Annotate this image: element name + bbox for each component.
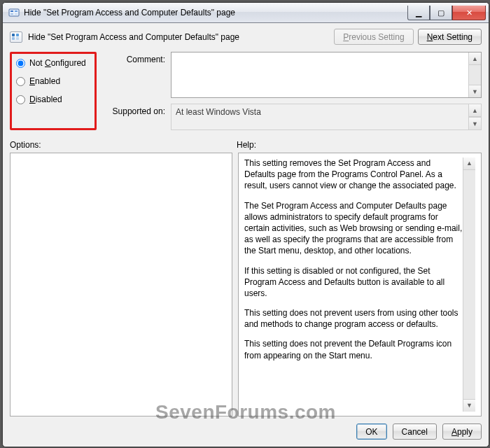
previous-setting-button[interactable]: Previous Setting	[334, 29, 413, 45]
options-panel	[10, 153, 232, 416]
window-title: Hide "Set Program Access and Computer De…	[24, 8, 407, 18]
nav-buttons: Previous Setting Next Setting	[334, 29, 482, 45]
header-row: Hide "Set Program Access and Computer De…	[10, 29, 482, 45]
panels-row: This setting removes the Set Program Acc…	[10, 153, 482, 416]
page-title: Hide "Set Program Access and Computer De…	[28, 32, 328, 42]
svg-rect-3	[10, 13, 13, 15]
comment-input-wrap: ▲ ▼	[171, 52, 482, 98]
scroll-down-icon[interactable]: ▼	[469, 85, 481, 97]
comment-label: Comment:	[104, 52, 165, 98]
policy-icon	[10, 31, 22, 43]
help-p3: If this setting is disabled or not confi…	[244, 265, 463, 300]
scroll-track[interactable]	[463, 170, 475, 399]
top-grid: Not Configured Enabled Disabled Comment:	[10, 52, 482, 130]
radio-enabled[interactable]: Enabled	[16, 76, 90, 86]
scroll-up-icon[interactable]: ▲	[463, 158, 475, 170]
options-label: Options:	[10, 140, 237, 150]
window-buttons: ▁ ▢ ✕	[407, 6, 486, 20]
radio-enabled-input[interactable]	[16, 77, 25, 86]
dialog-footer: OK Cancel Apply	[10, 424, 482, 440]
help-p1: This setting removes the Set Program Acc…	[244, 158, 463, 192]
dialog-window: Hide "Set Program Access and Computer De…	[2, 2, 489, 447]
radio-disabled[interactable]: Disabled	[16, 94, 90, 104]
radio-not-configured-input[interactable]	[16, 59, 25, 68]
fields-column: Comment: ▲ ▼ Supported on: At least Wind…	[104, 52, 482, 130]
maximize-icon: ▢	[438, 9, 444, 17]
scroll-track[interactable]	[469, 65, 481, 85]
help-p4: This setting does not prevent users from…	[244, 307, 463, 330]
app-icon	[8, 7, 20, 18]
help-text: This setting removes the Set Program Acc…	[244, 158, 463, 412]
ok-button[interactable]: OK	[356, 424, 386, 440]
supported-label: Supported on:	[104, 104, 165, 130]
cancel-button[interactable]: Cancel	[393, 424, 437, 440]
close-button[interactable]: ✕	[452, 6, 486, 20]
supported-scrollbar[interactable]: ▲ ▼	[468, 104, 481, 130]
comment-scrollbar[interactable]: ▲ ▼	[468, 52, 481, 97]
titlebar[interactable]: Hide "Set Program Access and Computer De…	[3, 3, 489, 23]
minimize-icon: ▁	[416, 9, 421, 17]
help-label: Help:	[237, 140, 256, 150]
scroll-up-icon[interactable]: ▲	[469, 52, 481, 65]
svg-rect-0	[9, 9, 19, 16]
svg-rect-1	[10, 10, 13, 12]
supported-value: At least Windows Vista	[172, 104, 468, 130]
next-setting-button[interactable]: Next Setting	[418, 29, 482, 45]
scroll-up-icon[interactable]: ▲	[469, 104, 481, 117]
supported-field: Supported on: At least Windows Vista ▲ ▼	[104, 104, 482, 130]
client-area: Hide "Set Program Access and Computer De…	[3, 23, 489, 447]
help-scrollbar[interactable]: ▲ ▼	[463, 158, 475, 412]
radio-not-configured[interactable]: Not Configured	[16, 58, 90, 68]
scroll-down-icon[interactable]: ▼	[463, 399, 475, 412]
state-radio-group: Not Configured Enabled Disabled	[10, 52, 97, 130]
minimize-button[interactable]: ▁	[407, 6, 430, 20]
close-icon: ✕	[466, 9, 472, 17]
help-p2: The Set Program Access and Computer Defa…	[244, 200, 463, 257]
panel-labels: Options: Help:	[10, 140, 482, 150]
supported-value-wrap: At least Windows Vista ▲ ▼	[171, 104, 482, 130]
svg-rect-2	[15, 10, 18, 12]
apply-button[interactable]: Apply	[442, 424, 482, 440]
help-panel: This setting removes the Set Program Acc…	[238, 153, 482, 416]
comment-input[interactable]	[172, 52, 468, 97]
radio-disabled-input[interactable]	[16, 95, 25, 104]
comment-field: Comment: ▲ ▼	[104, 52, 482, 98]
help-p5: This setting does not prevent the Defaul…	[244, 338, 463, 360]
svg-rect-4	[15, 13, 18, 15]
scroll-down-icon[interactable]: ▼	[469, 117, 481, 130]
maximize-button[interactable]: ▢	[430, 6, 452, 20]
